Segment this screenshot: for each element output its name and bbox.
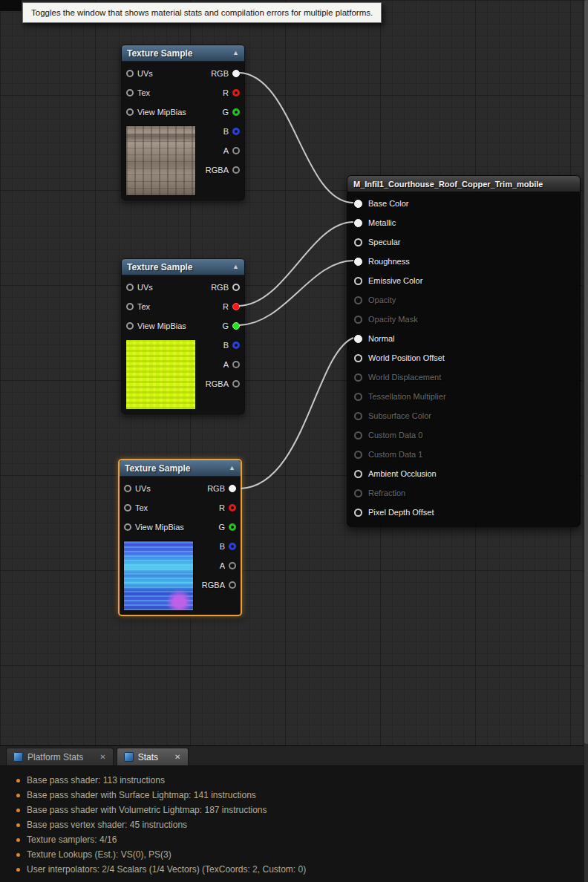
- output-pin-rgba[interactable]: RGBA: [192, 575, 241, 595]
- tab-stats[interactable]: Stats ✕: [117, 748, 189, 765]
- pin-label: RGB: [211, 69, 229, 78]
- input-pin-tex[interactable]: Tex: [122, 297, 194, 316]
- output-pin-b[interactable]: B: [194, 122, 244, 141]
- pin-circle-icon[interactable]: [232, 380, 240, 388]
- input-pin-view-mipbias[interactable]: View MipBias: [120, 517, 192, 537]
- collapse-arrow-icon[interactable]: ▲: [232, 264, 239, 270]
- pin-circle-icon[interactable]: [232, 322, 240, 330]
- pin-circle-icon[interactable]: [229, 485, 236, 492]
- input-pin-uvs[interactable]: UVs: [120, 479, 192, 498]
- pin-circle-icon[interactable]: [354, 238, 362, 246]
- stat-text: User interpolators: 2/4 Scalars (1/4 Vec…: [27, 864, 306, 875]
- material-pin-refraction: Refraction: [347, 483, 580, 503]
- output-pin-a[interactable]: A: [192, 556, 241, 575]
- pin-circle-icon[interactable]: [229, 543, 236, 550]
- material-pin-roughness[interactable]: Roughness: [347, 252, 580, 271]
- pin-circle-icon[interactable]: [126, 70, 134, 77]
- pin-label: Custom Data 0: [368, 431, 422, 440]
- pin-circle-icon[interactable]: [126, 89, 134, 97]
- material-pin-opacity: Opacity: [347, 290, 580, 310]
- pin-circle-icon[interactable]: [232, 166, 240, 174]
- vertical-scrollbar[interactable]: [584, 0, 588, 882]
- pin-circle-icon[interactable]: [126, 284, 134, 291]
- output-pin-a[interactable]: A: [194, 141, 244, 160]
- pin-circle-icon[interactable]: [229, 581, 236, 589]
- bullet-icon: [16, 868, 20, 872]
- texture-sample-node-normal[interactable]: Texture Sample ▲ UVs Tex View MipBias: [118, 459, 242, 616]
- output-pin-rgb[interactable]: RGB: [192, 479, 241, 498]
- input-pin-view-mipbias[interactable]: View MipBias: [122, 102, 194, 122]
- output-pin-r[interactable]: R: [192, 498, 241, 517]
- input-pin-uvs[interactable]: UVs: [122, 278, 194, 297]
- input-pin-view-mipbias[interactable]: View MipBias: [122, 316, 194, 336]
- output-pin-r[interactable]: R: [194, 83, 244, 102]
- pin-circle-icon[interactable]: [229, 562, 236, 569]
- input-pin-tex[interactable]: Tex: [120, 498, 192, 517]
- material-pin-pixel-depth-offset[interactable]: Pixel Depth Offset: [347, 503, 580, 522]
- tab-label: Platform Stats: [27, 752, 83, 762]
- pin-circle-icon[interactable]: [354, 509, 362, 517]
- pin-circle-icon[interactable]: [124, 504, 131, 512]
- pin-circle-icon[interactable]: [232, 108, 240, 116]
- output-pin-b[interactable]: B: [192, 537, 241, 556]
- pin-circle-icon[interactable]: [354, 277, 362, 285]
- close-icon[interactable]: ✕: [174, 754, 180, 761]
- pin-circle-icon[interactable]: [232, 128, 240, 135]
- pin-circle-icon[interactable]: [354, 258, 362, 266]
- node-body: UVs Tex View MipBias RGB: [122, 62, 244, 200]
- pin-circle-icon[interactable]: [126, 108, 134, 116]
- pin-circle-icon[interactable]: [126, 303, 134, 310]
- output-pin-rgba[interactable]: RGBA: [194, 374, 244, 393]
- stat-row: Base pass vertex shader: 45 instructions: [16, 817, 588, 832]
- texture-sample-node-basecolor[interactable]: Texture Sample ▲ UVs Tex View MipBias: [121, 45, 245, 200]
- pin-circle-icon[interactable]: [354, 470, 362, 478]
- output-pin-a[interactable]: A: [194, 355, 244, 374]
- material-pin-ambient-occlusion[interactable]: Ambient Occlusion: [347, 464, 580, 483]
- input-pin-tex[interactable]: Tex: [122, 83, 194, 102]
- pin-circle-icon[interactable]: [354, 335, 362, 343]
- material-pin-world-position-offset[interactable]: World Position Offset: [347, 348, 580, 368]
- pin-circle-icon[interactable]: [354, 354, 362, 362]
- input-pin-uvs[interactable]: UVs: [122, 64, 194, 83]
- pin-circle-icon[interactable]: [229, 504, 236, 512]
- pin-circle-icon[interactable]: [232, 70, 240, 77]
- node-header[interactable]: M_Infil1_Courthouse_Roof_Copper_Trim_mob…: [347, 176, 580, 192]
- pin-circle-icon[interactable]: [229, 523, 236, 531]
- collapse-arrow-icon[interactable]: ▲: [229, 465, 235, 471]
- node-header[interactable]: Texture Sample ▲: [120, 460, 241, 477]
- output-pin-g[interactable]: G: [192, 517, 241, 537]
- pin-circle-icon[interactable]: [354, 200, 362, 208]
- collapse-arrow-icon[interactable]: ▲: [232, 50, 239, 56]
- output-pin-g[interactable]: G: [194, 102, 244, 122]
- pin-circle-icon[interactable]: [126, 322, 134, 330]
- output-pin-rgba[interactable]: RGBA: [194, 160, 244, 180]
- material-pin-normal[interactable]: Normal: [347, 329, 580, 348]
- pin-circle-icon[interactable]: [124, 485, 131, 492]
- pin-circle-icon[interactable]: [232, 284, 240, 291]
- pin-circle-icon[interactable]: [232, 147, 240, 154]
- output-pin-r[interactable]: R: [194, 297, 244, 316]
- graph-canvas[interactable]: Texture Sample ▲ UVs Tex View MipBias: [0, 0, 588, 745]
- output-pin-rgb[interactable]: RGB: [194, 64, 244, 83]
- texture-sample-node-masks[interactable]: Texture Sample ▲ UVs Tex View MipBias: [121, 258, 245, 414]
- node-header[interactable]: Texture Sample ▲: [122, 259, 244, 275]
- pin-circle-icon[interactable]: [124, 523, 131, 531]
- material-pin-emissive-color[interactable]: Emissive Color: [347, 271, 580, 290]
- wire-rgb-to-normal: [241, 338, 353, 489]
- output-pin-b[interactable]: B: [194, 336, 244, 355]
- pin-circle-icon[interactable]: [354, 219, 362, 227]
- pin-circle-icon[interactable]: [232, 303, 240, 310]
- output-pin-rgb[interactable]: RGB: [194, 278, 244, 297]
- material-pin-specular[interactable]: Specular: [347, 232, 580, 252]
- pin-circle-icon[interactable]: [232, 361, 240, 368]
- output-pin-g[interactable]: G: [194, 316, 244, 336]
- scrollbar-thumb[interactable]: [584, 0, 588, 744]
- material-pin-base-color[interactable]: Base Color: [347, 194, 580, 213]
- node-header[interactable]: Texture Sample ▲: [122, 45, 244, 62]
- tab-platform-stats[interactable]: Platform Stats ✕: [6, 748, 114, 765]
- close-icon[interactable]: ✕: [99, 754, 105, 761]
- pin-circle-icon[interactable]: [232, 342, 240, 349]
- material-result-node[interactable]: M_Infil1_Courthouse_Roof_Copper_Trim_mob…: [347, 175, 581, 527]
- material-pin-metallic[interactable]: Metallic: [347, 213, 580, 232]
- pin-circle-icon[interactable]: [232, 89, 240, 97]
